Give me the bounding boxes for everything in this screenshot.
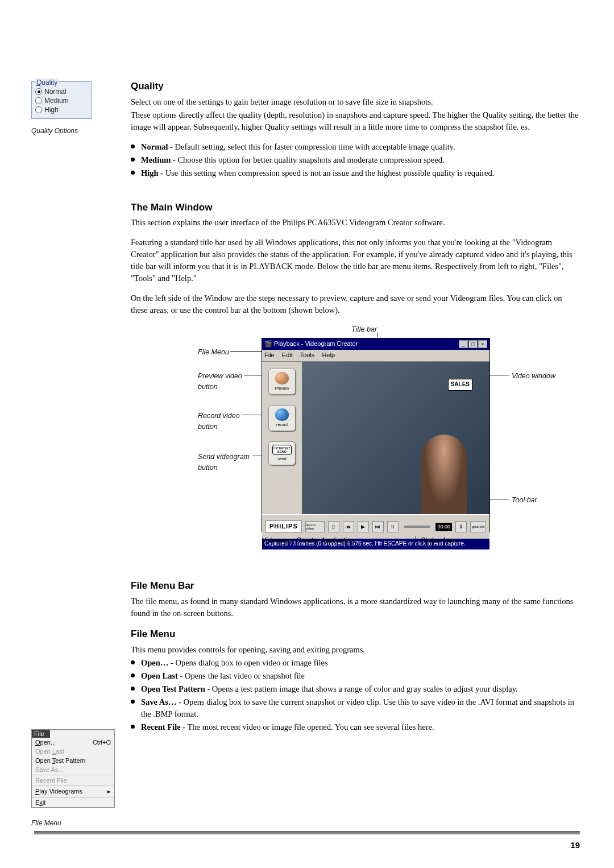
presenter-figure (421, 435, 467, 514)
send-button[interactable]: INTERNETSEND send (268, 441, 296, 465)
filemenu-p1: This menu provides controls for opening,… (131, 644, 580, 656)
quality-bullets: Normal - Default setting, select this fo… (131, 141, 580, 179)
fm-title: File (32, 730, 50, 738)
menu-tools[interactable]: Tools (300, 352, 315, 358)
record-video-tool[interactable]: record video (305, 521, 325, 532)
lbl-record: Record video button (198, 411, 249, 431)
figcap-app: Videogram Creator Application (262, 536, 416, 545)
fm-caption: File Menu (31, 819, 119, 827)
pause-icon[interactable]: ⏸ (387, 521, 399, 532)
filemenubar-p1: The file menu, as found in many standard… (131, 596, 580, 619)
mainwin-heading: The Main Window (131, 201, 580, 215)
menu-help[interactable]: Help (322, 352, 335, 358)
mainwin-p1: This section explains the user interface… (131, 217, 580, 229)
window-buttons[interactable]: _□× (458, 340, 487, 349)
lbl-tool-bar: Tool bar (512, 495, 537, 505)
menu-file[interactable]: File (264, 352, 275, 358)
videogram-app-window: 🎬 Playback - Videogram Creator _□× File … (262, 338, 490, 532)
vg-titlebar[interactable]: 🎬 Playback - Videogram Creator _□× (262, 338, 489, 350)
timer: 00:00 (435, 523, 452, 531)
ff-icon[interactable]: ⏭ (372, 521, 384, 532)
quality-radio-high[interactable]: High (35, 106, 88, 114)
filemenubar-heading: File Menu Bar (131, 579, 580, 593)
fm-play-videograms[interactable]: Play Videograms▸ (32, 787, 114, 796)
mainwin-p2: Featuring a standard title bar used by a… (131, 237, 580, 284)
footer-rule (34, 831, 580, 834)
philips-logo: PHILIPS (265, 520, 302, 533)
fm-exit[interactable]: Exit (32, 798, 114, 807)
fm-open-test[interactable]: Open Test Pattern (32, 756, 114, 765)
videogram-figure: Title bar File Menu Preview video button… (165, 324, 574, 552)
fm-save-as: Save As... (32, 765, 114, 774)
quality-radio-medium[interactable]: Medium (35, 97, 88, 105)
fm-open[interactable]: Open...Ctrl+O (32, 738, 114, 747)
lbl-file-menu: File Menu (198, 347, 229, 357)
mainwin-p3: On the left side of the Window are the s… (131, 292, 580, 316)
vg-menubar[interactable]: File Edit Tools Help (262, 350, 489, 362)
play-icon[interactable]: ▶ (358, 521, 369, 532)
video-area: SALES (302, 362, 489, 514)
tool-misc[interactable]: ⇕ (455, 521, 467, 532)
tool-btn[interactable]: ▯ (328, 521, 339, 532)
lbl-preview: Preview video button (198, 371, 249, 391)
fm-open-last: Open Last (32, 747, 114, 756)
quality-options-panel: Quality Normal Medium High (31, 81, 92, 119)
seek-slider[interactable] (404, 526, 430, 528)
lbl-send: Send videogram button (198, 452, 255, 472)
maximize-icon: □ (468, 340, 478, 348)
preview-button[interactable]: Preview (268, 369, 296, 395)
quality-p1: Select on one of the settings to gain be… (131, 96, 580, 108)
grab-still-tool[interactable]: grab still (470, 521, 486, 532)
filemenu-bullets: Open… - Opens dialog box to open video o… (131, 657, 580, 733)
page-number: 19 (34, 840, 580, 850)
fm-recent: Recent File (32, 776, 114, 785)
quality-heading: Quality (131, 80, 580, 94)
lbl-title-bar: Title bar (351, 324, 377, 334)
quality-legend-text: uality (42, 78, 57, 86)
close-icon: × (478, 340, 487, 348)
quality-radio-normal[interactable]: Normal (35, 88, 88, 96)
quality-caption: Quality Options (31, 127, 119, 135)
figcap-status: Status Area (421, 536, 489, 545)
record-button[interactable]: record (268, 405, 296, 431)
filemenu-heading: File Menu (131, 627, 580, 642)
menu-edit[interactable]: Edit (282, 352, 293, 358)
vg-toolbar: PHILIPS record video ▯ ⏮ ▶ ⏭ ⏸ 00:00 ⇕ g… (262, 514, 489, 539)
lbl-video-window: Video window (512, 371, 555, 381)
rewind-icon[interactable]: ⏮ (343, 521, 354, 532)
file-menu-figure: File Open...Ctrl+O Open Last Open Test P… (31, 729, 115, 808)
quality-p2: These options directly affect the qualit… (131, 109, 580, 133)
sales-sign: SALES (448, 379, 472, 391)
minimize-icon: _ (459, 340, 468, 348)
